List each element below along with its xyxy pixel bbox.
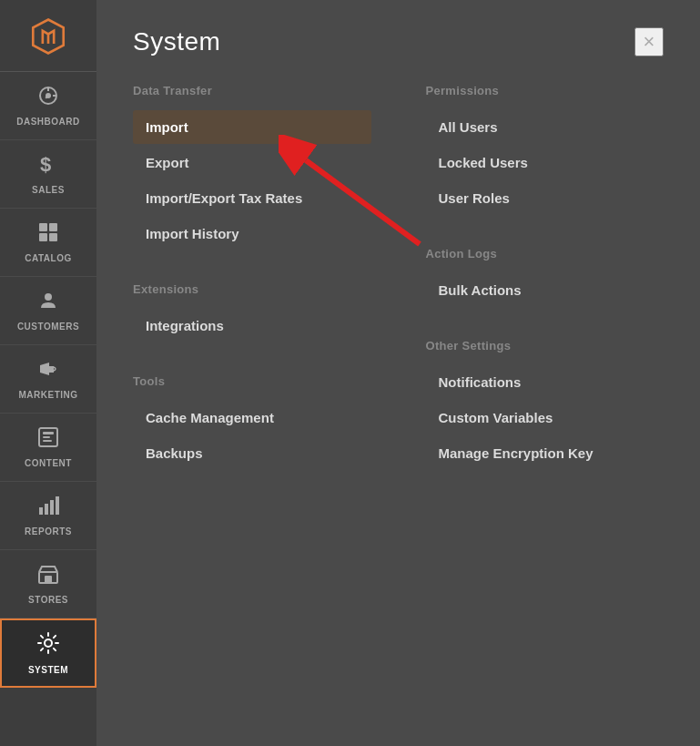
main-content: System × Data Transfer Import Export Imp… bbox=[96, 0, 700, 746]
sidebar-item-label-marketing: MARKETING bbox=[18, 390, 77, 400]
menu-item-user-roles[interactable]: User Roles bbox=[426, 181, 664, 215]
sidebar-item-label-dashboard: DASHBOARD bbox=[16, 117, 80, 127]
section-other-settings: Other Settings Notifications Custom Vari… bbox=[426, 339, 664, 470]
svg-rect-16 bbox=[39, 507, 43, 515]
sidebar-item-reports[interactable]: REPORTS bbox=[0, 482, 96, 550]
menu-item-custom-variables[interactable]: Custom Variables bbox=[426, 401, 664, 434]
sidebar-item-dashboard[interactable]: DASHBOARD bbox=[0, 72, 96, 140]
sidebar-item-label-system: SYSTEM bbox=[28, 665, 68, 675]
section-heading-data-transfer: Data Transfer bbox=[133, 84, 371, 97]
sidebar-item-label-sales: SALES bbox=[32, 185, 65, 195]
section-action-logs: Action Logs Bulk Actions bbox=[426, 247, 664, 307]
sidebar-item-sales[interactable]: $ SALES bbox=[0, 140, 96, 209]
marketing-icon bbox=[37, 358, 59, 385]
panel-header: System × bbox=[133, 27, 664, 56]
svg-rect-8 bbox=[39, 233, 47, 241]
menu-item-import[interactable]: Import bbox=[133, 110, 371, 144]
menu-item-backups[interactable]: Backups bbox=[133, 436, 371, 470]
menu-item-import-export-tax[interactable]: Import/Export Tax Rates bbox=[133, 181, 371, 215]
menu-item-bulk-actions[interactable]: Bulk Actions bbox=[426, 273, 664, 307]
svg-rect-13 bbox=[43, 432, 54, 434]
system-panel: System × Data Transfer Import Export Imp… bbox=[96, 0, 700, 746]
sidebar-item-label-content: CONTENT bbox=[25, 458, 72, 468]
close-button[interactable]: × bbox=[634, 27, 664, 56]
menu-column-left: Data Transfer Import Export Import/Expor… bbox=[133, 84, 371, 502]
stores-icon bbox=[37, 563, 59, 590]
svg-point-10 bbox=[45, 293, 52, 301]
menu-item-manage-encryption[interactable]: Manage Encryption Key bbox=[426, 436, 664, 470]
panel-title: System bbox=[133, 27, 220, 56]
system-icon bbox=[36, 631, 60, 660]
section-tools: Tools Cache Management Backups bbox=[133, 374, 371, 470]
section-permissions: Permissions All Users Locked Users User … bbox=[426, 84, 664, 215]
sidebar-item-catalog[interactable]: CATALOG bbox=[0, 209, 96, 277]
menu-item-all-users[interactable]: All Users bbox=[426, 110, 664, 144]
section-heading-action-logs: Action Logs bbox=[426, 247, 664, 261]
sidebar-item-marketing[interactable]: MARKETING bbox=[0, 345, 96, 414]
catalog-icon bbox=[37, 221, 59, 249]
sidebar-item-label-catalog: CATALOG bbox=[25, 253, 71, 263]
svg-rect-19 bbox=[56, 496, 59, 515]
svg-rect-17 bbox=[45, 504, 48, 515]
menu-item-integrations[interactable]: Integrations bbox=[133, 309, 371, 342]
sidebar-item-label-stores: STORES bbox=[28, 595, 68, 605]
svg-rect-9 bbox=[49, 233, 57, 241]
section-heading-tools: Tools bbox=[133, 374, 371, 388]
reports-icon bbox=[37, 495, 59, 522]
svg-rect-11 bbox=[49, 366, 54, 373]
svg-rect-15 bbox=[43, 440, 52, 442]
menu-grid: Data Transfer Import Export Import/Expor… bbox=[133, 84, 664, 502]
sidebar: DASHBOARD $ SALES CATALOG bbox=[0, 0, 96, 746]
sales-icon: $ bbox=[38, 153, 58, 180]
sidebar-item-customers[interactable]: CUSTOMERS bbox=[0, 277, 96, 345]
section-data-transfer: Data Transfer Import Export Import/Expor… bbox=[133, 84, 371, 250]
sidebar-item-label-reports: REPORTS bbox=[25, 526, 72, 537]
svg-text:$: $ bbox=[40, 153, 52, 175]
content-icon bbox=[37, 426, 59, 454]
sidebar-item-label-customers: CUSTOMERS bbox=[17, 322, 79, 332]
dashboard-icon bbox=[37, 85, 59, 112]
svg-rect-21 bbox=[45, 576, 52, 583]
svg-rect-7 bbox=[49, 223, 57, 231]
section-heading-other-settings: Other Settings bbox=[426, 339, 664, 353]
menu-item-cache-management[interactable]: Cache Management bbox=[133, 401, 371, 434]
sidebar-item-stores[interactable]: STORES bbox=[0, 550, 96, 618]
customers-icon bbox=[37, 290, 59, 317]
menu-item-notifications[interactable]: Notifications bbox=[426, 365, 664, 399]
svg-rect-6 bbox=[39, 223, 47, 231]
section-heading-permissions: Permissions bbox=[426, 84, 664, 97]
sidebar-item-content[interactable]: CONTENT bbox=[0, 414, 96, 482]
svg-rect-14 bbox=[43, 436, 50, 438]
magento-logo-icon bbox=[28, 16, 68, 56]
section-extensions: Extensions Integrations bbox=[133, 282, 371, 342]
section-heading-extensions: Extensions bbox=[133, 282, 371, 296]
menu-item-locked-users[interactable]: Locked Users bbox=[426, 146, 664, 179]
sidebar-item-system[interactable]: SYSTEM bbox=[0, 618, 96, 688]
menu-column-right: Permissions All Users Locked Users User … bbox=[426, 84, 664, 502]
logo-container bbox=[0, 0, 96, 72]
menu-item-import-history[interactable]: Import History bbox=[133, 217, 371, 250]
svg-point-22 bbox=[45, 639, 52, 647]
svg-rect-18 bbox=[50, 500, 54, 515]
menu-item-export[interactable]: Export bbox=[133, 146, 371, 179]
